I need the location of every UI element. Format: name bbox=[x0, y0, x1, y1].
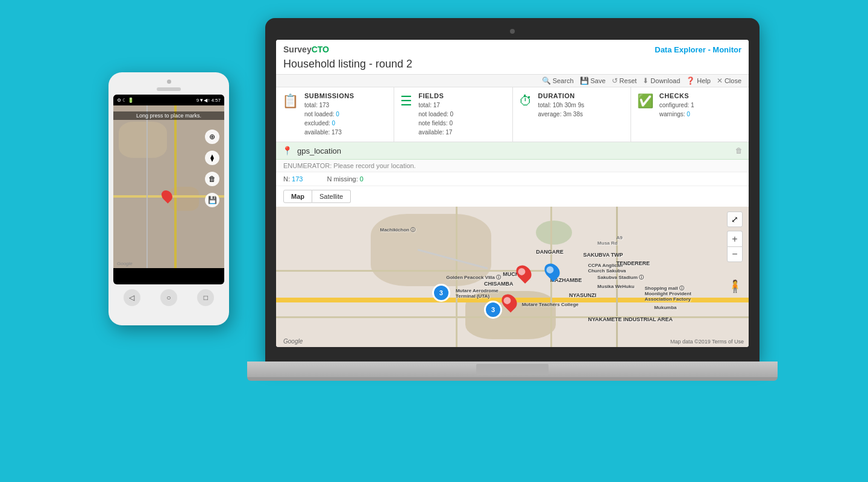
field-name: gps_location bbox=[297, 146, 731, 155]
logo-survey: Survey bbox=[283, 45, 312, 54]
download-icon: ⬇ bbox=[643, 77, 649, 85]
phone-back-button[interactable]: ◁ bbox=[124, 289, 140, 306]
laptop-screen: SurveyCTO Data Explorer - Monitor Househ… bbox=[276, 40, 749, 347]
form-title: Household listing - round 2 bbox=[276, 57, 749, 74]
checks-warnings: warnings: 0 bbox=[659, 110, 743, 119]
laptop: SurveyCTO Data Explorer - Monitor Househ… bbox=[265, 18, 778, 428]
search-button[interactable]: 🔍 Search bbox=[542, 77, 574, 85]
submissions-available: available: 173 bbox=[304, 128, 388, 137]
submissions-label: SUBMISSIONS bbox=[304, 92, 388, 99]
checks-configured: configured: 1 bbox=[659, 101, 743, 110]
reset-button[interactable]: ↺ Reset bbox=[612, 77, 637, 85]
phone-home-button[interactable]: ○ bbox=[160, 289, 177, 306]
app-title: Data Explorer - Monitor bbox=[655, 45, 741, 54]
google-watermark: Google bbox=[283, 338, 303, 345]
field-delete-icon[interactable]: 🗑 bbox=[735, 146, 743, 155]
duration-total: total: 10h 30m 9s bbox=[538, 101, 624, 110]
checks-label: CHECKS bbox=[659, 92, 743, 99]
map-copyright: Map data ©2019 Terms of Use bbox=[670, 339, 744, 345]
map-expand-button[interactable]: ⤢ bbox=[727, 211, 743, 227]
fields-total: total: 17 bbox=[418, 101, 506, 110]
label-shopping: Shopping mall ⓘ bbox=[645, 285, 684, 292]
stats-row: 📋 SUBMISSIONS total: 173 not loaded: 0 e… bbox=[276, 87, 749, 142]
fields-not-loaded: not loaded: 0 bbox=[418, 110, 506, 119]
phone-road-main bbox=[174, 105, 177, 268]
map-area: DANGARE SAKUBVA TWP TENDERERE MUCHENA CH… bbox=[276, 207, 749, 347]
map-zoom-controls: + − bbox=[727, 231, 743, 262]
duration-label: DURATION bbox=[538, 92, 624, 99]
phone-road-v bbox=[146, 105, 148, 268]
duration-icon: ⏱ bbox=[519, 93, 532, 109]
phone-screen: ⚙ ☾ 🔋 9▼◀↑ 4:57 Long press to place mark… bbox=[113, 95, 224, 284]
label-ccpa: CCPA AnglicanChurch Sakubva bbox=[588, 263, 626, 274]
label-mukumba: Mukumba bbox=[654, 305, 676, 310]
cluster-2[interactable]: 3 bbox=[484, 301, 502, 319]
submissions-excluded: excluded: 0 bbox=[304, 119, 388, 128]
help-icon: ❓ bbox=[686, 77, 695, 85]
phone-layers-btn[interactable]: ⧫ bbox=[205, 151, 219, 165]
road-h3 bbox=[276, 316, 749, 318]
app-header: SurveyCTO Data Explorer - Monitor bbox=[276, 40, 749, 57]
phone-status-bar: ⚙ ☾ 🔋 9▼◀↑ 4:57 bbox=[113, 95, 224, 105]
phone-location-btn[interactable]: ⊕ bbox=[205, 130, 219, 144]
label-tenderere: TENDERERE bbox=[616, 260, 650, 266]
street-view-button[interactable]: 🧍 bbox=[728, 279, 743, 293]
fields-stat: ☰ FIELDS total: 17 not loaded: 0 note fi… bbox=[394, 87, 512, 142]
map-button[interactable]: Map bbox=[283, 190, 312, 203]
field-n-missing: N missing: 0 bbox=[327, 175, 363, 183]
checks-content: CHECKS configured: 1 warnings: 0 bbox=[659, 92, 743, 119]
label-musa: Musa Rd bbox=[597, 240, 617, 246]
help-button[interactable]: ❓ Help bbox=[686, 77, 711, 85]
phone-nav-bar: ◁ ○ □ bbox=[113, 289, 224, 306]
phone-delete-btn[interactable]: 🗑 bbox=[205, 172, 219, 186]
submissions-content: SUBMISSIONS total: 173 not loaded: 0 exc… bbox=[304, 92, 388, 137]
fields-note: note fields: 0 bbox=[418, 119, 506, 128]
phone-terrain-2 bbox=[169, 187, 199, 211]
zoom-in-button[interactable]: + bbox=[727, 231, 743, 246]
cluster-1[interactable]: 3 bbox=[432, 284, 450, 302]
close-button[interactable]: ✕ Close bbox=[717, 77, 741, 85]
duration-content: DURATION total: 10h 30m 9s average: 3m 3… bbox=[538, 92, 624, 119]
road-v3 bbox=[616, 207, 618, 347]
toolbar: 🔍 Search 💾 Save ↺ Reset ⬇ Download bbox=[276, 74, 749, 87]
save-button[interactable]: 💾 Save bbox=[580, 77, 606, 85]
field-location-icon: 📍 bbox=[282, 146, 292, 155]
reset-icon: ↺ bbox=[612, 77, 618, 85]
checks-stat: ✅ CHECKS configured: 1 warnings: 0 bbox=[631, 87, 749, 142]
terrain-1 bbox=[371, 214, 491, 286]
phone-google-watermark: Google bbox=[117, 261, 133, 266]
submissions-total: total: 173 bbox=[304, 101, 388, 110]
fields-content: FIELDS total: 17 not loaded: 0 note fiel… bbox=[418, 92, 506, 137]
phone-status-right: 9▼◀↑ 4:57 bbox=[197, 98, 221, 103]
road-v1 bbox=[456, 207, 458, 347]
pin-blue-1[interactable] bbox=[541, 261, 562, 282]
zoom-out-button[interactable]: − bbox=[727, 246, 743, 262]
laptop-camera bbox=[510, 29, 515, 34]
phone-save-btn[interactable]: 💾 bbox=[205, 193, 219, 207]
save-icon: 💾 bbox=[580, 77, 589, 85]
submissions-stat: 📋 SUBMISSIONS total: 173 not loaded: 0 e… bbox=[276, 87, 394, 142]
fields-icon: ☰ bbox=[400, 93, 412, 109]
label-chisamba: CHISAMBA bbox=[484, 281, 514, 287]
pin-red-1[interactable] bbox=[513, 262, 534, 283]
phone-terrain-1 bbox=[119, 122, 167, 158]
fields-available: available: 17 bbox=[418, 128, 506, 137]
duration-stat: ⏱ DURATION total: 10h 30m 9s average: 3m… bbox=[513, 87, 631, 142]
terrain-2 bbox=[536, 221, 572, 245]
map-controls: Map Satellite bbox=[276, 186, 749, 207]
phone-camera bbox=[167, 80, 171, 84]
fields-label: FIELDS bbox=[418, 92, 506, 99]
phone-map: Long press to place marks. ⊕ ⧫ 🗑 💾 Googl… bbox=[113, 105, 224, 268]
download-button[interactable]: ⬇ Download bbox=[643, 77, 680, 85]
label-stadium: Sakubva Stadium ⓘ bbox=[597, 274, 644, 281]
phone-overlay-text: Long press to place marks. bbox=[113, 111, 224, 120]
phone-recents-button[interactable]: □ bbox=[197, 289, 214, 306]
satellite-button[interactable]: Satellite bbox=[312, 190, 351, 203]
laptop-foot bbox=[247, 377, 778, 381]
laptop-base bbox=[247, 362, 778, 378]
duration-average: average: 3m 38s bbox=[538, 110, 624, 119]
field-description: ENUMERATOR: Please record your location. bbox=[276, 160, 749, 172]
field-stats: N: 173 N missing: 0 bbox=[276, 172, 749, 186]
phone-status-left: ⚙ ☾ 🔋 bbox=[117, 98, 134, 103]
submissions-icon: 📋 bbox=[282, 93, 298, 109]
